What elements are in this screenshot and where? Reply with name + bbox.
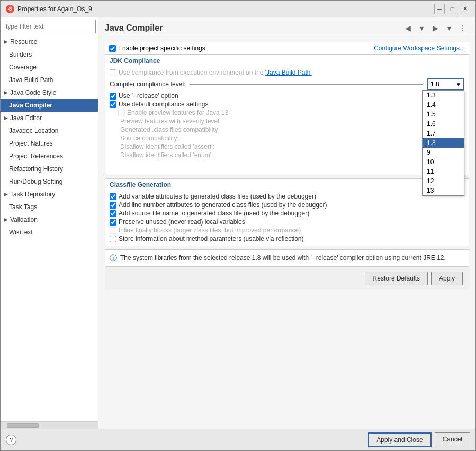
enable-left: Enable project specific settings: [109, 44, 205, 52]
footer: ? Apply and Close Cancel: [1, 429, 475, 450]
option-11[interactable]: 11: [423, 167, 464, 176]
use-default-checkbox[interactable]: [110, 101, 116, 108]
sidebar-item-java-code-style[interactable]: ▶ Java Code Style: [1, 86, 98, 99]
use-default-row: Use default compliance settings: [110, 101, 464, 108]
back-dropdown-button[interactable]: ▾: [415, 22, 428, 34]
use-compliance-checkbox[interactable]: [110, 69, 116, 76]
option-13[interactable]: 13: [423, 186, 464, 195]
info-icon: ⓘ: [110, 254, 117, 263]
option-12[interactable]: 12: [423, 176, 464, 186]
back-button[interactable]: ◀: [401, 22, 414, 34]
classfile-label-1: Add line number attributes to generated …: [119, 201, 327, 209]
option-1-5[interactable]: 1.5: [423, 110, 464, 119]
option-1-7[interactable]: 1.7: [423, 129, 464, 138]
disallow-assert-label: Disallow identifiers called 'assert':: [120, 143, 214, 150]
source-compat-row: Source compatibility:: [120, 134, 464, 142]
title-bar-left: ⚙ Properties for Again_Os_9: [6, 5, 92, 13]
enable-project-settings-checkbox[interactable]: [109, 45, 116, 52]
window-controls: ─ □ ✕: [434, 4, 470, 14]
classfile-body: Add variable attributes to generated cla…: [105, 190, 469, 246]
classfile-checkbox-1[interactable]: [110, 202, 116, 209]
sidebar-item-task-repository[interactable]: ▶ Task Repository: [1, 188, 98, 201]
sidebar-item-label: Project Natures: [9, 140, 53, 147]
apply-button[interactable]: Apply: [431, 272, 463, 285]
info-box: ⓘ The system libraries from the selected…: [105, 249, 469, 267]
preview-features-checkbox[interactable]: [118, 110, 125, 116]
filter-input[interactable]: [3, 20, 96, 33]
use-compliance-label: Use compliance from execution environmen…: [119, 69, 312, 76]
maximize-button[interactable]: □: [447, 4, 457, 14]
arrow-icon: ▶: [4, 113, 8, 123]
sidebar-item-run-debug-setting[interactable]: Run/Debug Setting: [1, 175, 98, 188]
sidebar-item-label: Java Build Path: [9, 76, 53, 84]
compliance-row: Compiler compliance level: 1.8 ▼ 1.3: [110, 78, 464, 90]
content-area: Enable project specific settings Configu…: [98, 38, 475, 429]
java-build-path-link[interactable]: 'Java Build Path': [265, 69, 312, 76]
cancel-button[interactable]: Cancel: [435, 432, 470, 446]
configure-workspace-link[interactable]: Configure Workspace Settings...: [374, 44, 465, 52]
jdk-section-title: JDK Compliance: [105, 55, 469, 66]
classfile-option-2: Add source file name to generated class …: [110, 210, 464, 217]
sidebar-item-label: Javadoc Location: [9, 127, 58, 134]
sidebar-item-validation[interactable]: ▶ Validation: [1, 213, 98, 226]
sidebar-item-label: Java Code Style: [10, 88, 56, 97]
sidebar-item-label: Task Repository: [10, 190, 55, 199]
menu-button[interactable]: ⋮: [456, 22, 469, 34]
footer-right: Apply and Close Cancel: [368, 432, 470, 447]
main-toolbar: ◀ ▾ ▶ ▾ ⋮: [401, 22, 469, 34]
classfile-checkbox-5[interactable]: [110, 236, 116, 242]
sidebar-item-javadoc-location[interactable]: Javadoc Location: [1, 124, 98, 137]
sidebar-item-label: Resource: [10, 37, 37, 47]
option-1-8[interactable]: 1.8: [423, 138, 464, 148]
sidebar-item-builders[interactable]: Builders: [1, 48, 98, 61]
close-button[interactable]: ✕: [460, 4, 470, 14]
compliance-dropdown[interactable]: 1.8 ▼: [427, 78, 464, 90]
sidebar-item-refactoring-history[interactable]: Refactoring History: [1, 163, 98, 175]
dialog-title: Properties for Again_Os_9: [17, 5, 92, 13]
sidebar-item-java-editor[interactable]: ▶ Java Editor: [1, 112, 98, 124]
compliance-label: Compiler compliance level:: [110, 80, 185, 88]
forward-button[interactable]: ▶: [429, 22, 442, 34]
arrow-icon: ▶: [4, 215, 8, 224]
sidebar-item-java-compiler[interactable]: Java Compiler: [1, 99, 98, 112]
sidebar-item-java-build-path[interactable]: Java Build Path: [1, 74, 98, 86]
jdk-section: JDK Compliance Use compliance from execu…: [105, 55, 469, 175]
sidebar-item-coverage[interactable]: Coverage: [1, 61, 98, 74]
compliance-dropdown-container: 1.8 ▼ 1.3 1.4 1.5 1.6 1.7: [427, 78, 464, 90]
option-1-6[interactable]: 1.6: [423, 119, 464, 129]
dialog-window: ⚙ Properties for Again_Os_9 ─ □ ✕ ▶ Reso…: [0, 0, 476, 451]
sidebar-scrollbar[interactable]: [1, 421, 98, 429]
sidebar-item-label: Project References: [9, 152, 63, 160]
use-release-checkbox[interactable]: [110, 93, 116, 100]
scrollbar-thumb[interactable]: [7, 423, 39, 428]
disallow-enum-label: Disallow identifiers called 'enum':: [120, 151, 213, 159]
forward-dropdown-button[interactable]: ▾: [443, 22, 455, 34]
preview-severity-label: Preview features with severity level:: [120, 118, 221, 125]
classfile-option-5: Store information about method parameter…: [110, 235, 464, 242]
sidebar: ▶ Resource Builders Coverage Java Build …: [1, 17, 98, 429]
option-1-3[interactable]: 1.3: [423, 91, 464, 100]
compliance-line: [190, 84, 423, 85]
help-button[interactable]: ?: [6, 435, 16, 445]
preview-features-label: Enable preview features for Java 13: [127, 109, 228, 116]
option-9[interactable]: 9: [423, 148, 464, 157]
sidebar-item-label: Java Editor: [10, 113, 42, 123]
classfile-checkbox-0[interactable]: [110, 193, 116, 200]
sidebar-item-task-tags[interactable]: Task Tags: [1, 201, 98, 213]
option-1-4[interactable]: 1.4: [423, 100, 464, 110]
option-10[interactable]: 10: [423, 157, 464, 167]
sidebar-item-resource[interactable]: ▶ Resource: [1, 35, 98, 48]
preview-features-row: Enable preview features for Java 13: [118, 109, 464, 116]
minimize-button[interactable]: ─: [434, 4, 445, 14]
classfile-checkbox-4[interactable]: [110, 227, 116, 234]
classfile-checkbox-3[interactable]: [110, 219, 116, 226]
arrow-icon: ▶: [4, 88, 8, 97]
compliance-dropdown-list: 1.3 1.4 1.5 1.6 1.7 1.8 9 10 11 12: [422, 90, 464, 196]
sidebar-item-wikitext[interactable]: WikiText: [1, 226, 98, 239]
sidebar-item-project-natures[interactable]: Project Natures: [1, 137, 98, 150]
classfile-checkbox-2[interactable]: [110, 210, 116, 217]
apply-and-close-button[interactable]: Apply and Close: [368, 432, 431, 447]
restore-defaults-button[interactable]: Restore Defaults: [365, 272, 428, 285]
classfile-label-3: Preserve unused (never read) local varia…: [119, 218, 245, 226]
sidebar-item-project-references[interactable]: Project References: [1, 150, 98, 163]
